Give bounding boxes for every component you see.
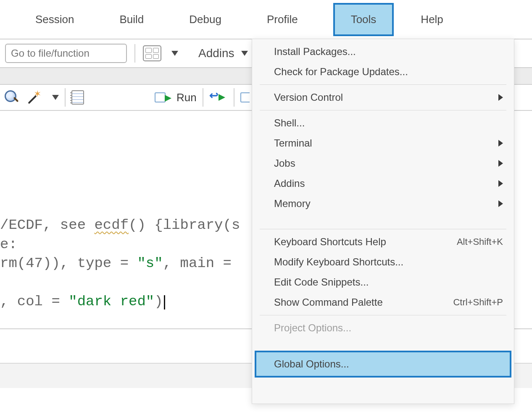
run-label: Run	[176, 91, 197, 104]
menu-item-label: Global Options...	[274, 358, 349, 370]
code-text: /ECDF, see	[0, 217, 94, 233]
menu-help[interactable]: Help	[411, 8, 453, 31]
menu-item-label: Terminal	[274, 137, 312, 149]
menu-item-shortcut: Alt+Shift+K	[457, 236, 503, 247]
menu-item-label: Version Control	[274, 92, 343, 103]
chevron-down-icon[interactable]	[52, 95, 59, 100]
tools-edit-code-snippets[interactable]: Edit Code Snippets...	[252, 272, 514, 292]
menu-item-label: Memory	[274, 198, 311, 210]
tools-modify-keyboard-shortcuts[interactable]: Modify Keyboard Shortcuts...	[252, 252, 514, 272]
find-icon[interactable]	[4, 90, 19, 105]
separator	[203, 88, 203, 107]
code-text: , col =	[0, 294, 68, 309]
separator	[234, 88, 234, 107]
addins-label: Addins	[198, 47, 234, 60]
rerun-icon[interactable]	[209, 92, 228, 103]
compile-report-icon[interactable]	[71, 90, 84, 105]
chevron-right-icon	[498, 200, 503, 207]
tools-shell[interactable]: Shell...	[252, 113, 514, 133]
code-string: "s"	[137, 255, 163, 271]
chevron-right-icon	[498, 180, 503, 187]
code-text: () {library(s	[129, 217, 240, 233]
code-text: , main =	[163, 255, 240, 271]
tools-global-options[interactable]: Global Options...	[255, 351, 511, 378]
chevron-right-icon	[498, 94, 503, 101]
menu-item-label: Project Options...	[274, 322, 351, 334]
menu-item-label: Check for Package Updates...	[274, 66, 408, 78]
menu-build[interactable]: Build	[110, 8, 154, 31]
code-string: "dark red"	[68, 294, 154, 309]
menu-item-label: Install Packages...	[274, 46, 356, 58]
menu-item-label: Addins	[274, 178, 305, 189]
tools-project-options: Project Options...	[252, 318, 514, 338]
menu-item-label: Edit Code Snippets...	[274, 276, 369, 288]
menu-item-label: Show Command Palette	[274, 296, 383, 308]
separator	[65, 88, 66, 107]
tools-show-command-palette[interactable]: Show Command Palette Ctrl+Shift+P	[252, 292, 514, 312]
run-button[interactable]: Run	[155, 91, 197, 104]
menu-separator	[260, 84, 506, 85]
menu-separator	[260, 110, 506, 110]
code-text: )	[154, 294, 163, 309]
tools-check-updates[interactable]: Check for Package Updates...	[252, 62, 514, 82]
addins-dropdown[interactable]: Addins	[198, 47, 248, 60]
goto-file-input[interactable]	[5, 44, 127, 63]
menu-item-label: Keyboard Shortcuts Help	[274, 236, 386, 248]
chevron-down-icon	[241, 51, 248, 56]
pane-layout-icon[interactable]	[143, 45, 161, 61]
menu-separator	[260, 229, 506, 229]
tools-version-control[interactable]: Version Control	[252, 87, 514, 108]
menu-item-label: Shell...	[274, 117, 305, 129]
chevron-right-icon	[498, 140, 503, 147]
run-icon	[155, 92, 166, 102]
code-text: rm(47)), type =	[0, 255, 137, 271]
menu-tools[interactable]: Tools	[333, 3, 394, 36]
code-text: e:	[0, 236, 17, 252]
chevron-right-icon	[498, 160, 503, 167]
source-icon[interactable]	[240, 92, 250, 102]
tools-addins[interactable]: Addins	[252, 173, 514, 194]
tools-terminal[interactable]: Terminal	[252, 133, 514, 153]
tools-keyboard-shortcuts-help[interactable]: Keyboard Shortcuts Help Alt+Shift+K	[252, 232, 514, 252]
menu-profile[interactable]: Profile	[257, 8, 308, 31]
menu-item-label: Modify Keyboard Shortcuts...	[274, 256, 403, 268]
chevron-down-icon[interactable]	[171, 51, 178, 56]
tools-jobs[interactable]: Jobs	[252, 153, 514, 173]
tools-install-packages[interactable]: Install Packages...	[252, 42, 514, 62]
text-cursor	[164, 295, 165, 309]
main-menu-bar: Session Build Debug Profile Tools Help	[0, 0, 532, 39]
menu-item-shortcut: Ctrl+Shift+P	[453, 297, 503, 308]
code-text: ecdf	[94, 217, 129, 233]
separator	[134, 44, 135, 63]
menu-item-label: Jobs	[274, 157, 295, 169]
tools-memory[interactable]: Memory	[252, 194, 514, 214]
code-tools-icon[interactable]	[25, 90, 44, 105]
tools-dropdown-menu: Install Packages... Check for Package Up…	[252, 39, 514, 404]
menu-separator	[260, 315, 506, 315]
menu-debug[interactable]: Debug	[179, 8, 232, 31]
menu-session[interactable]: Session	[25, 8, 84, 31]
